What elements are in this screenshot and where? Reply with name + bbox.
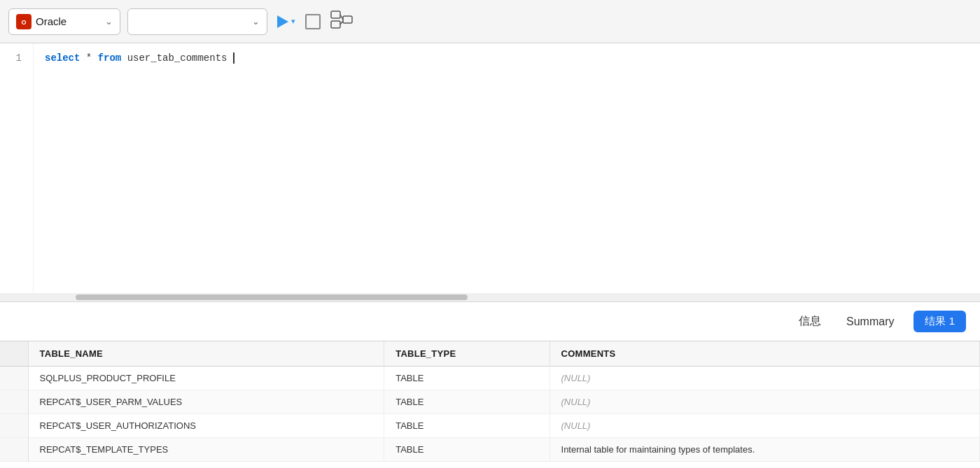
row-num — [0, 390, 28, 414]
col-table-type: TABLE_TYPE — [384, 341, 550, 367]
cell-table-type: TABLE — [384, 414, 550, 438]
row-num — [0, 438, 28, 462]
cell-comments: (NULL) — [550, 367, 979, 390]
cell-table-type: TABLE — [384, 390, 550, 414]
results-table: TABLE_NAME TABLE_TYPE COMMENTS SQLPLUS_P… — [0, 341, 980, 462]
run-button[interactable]: ▾ — [274, 13, 298, 31]
table-row: REPCAT$_TEMPLATE_TYPES TABLE Internal ta… — [0, 438, 980, 462]
run-triangle-icon — [277, 15, 288, 28]
result-tabs: 信息 Summary 结果 1 — [0, 302, 980, 341]
scrollbar-track — [0, 295, 980, 300]
keyword-select: select — [45, 52, 80, 64]
stop-button[interactable] — [305, 14, 321, 29]
oracle-icon: O — [16, 14, 31, 29]
svg-rect-3 — [331, 21, 340, 28]
chevron-down-icon: ⌄ — [105, 16, 113, 27]
data-table: TABLE_NAME TABLE_TYPE COMMENTS SQLPLUS_P… — [0, 341, 980, 462]
cell-table-name: REPCAT$_TEMPLATE_TYPES — [28, 438, 384, 462]
cell-table-type: TABLE — [384, 367, 550, 390]
table-row: REPCAT$_USER_AUTHORIZATIONS TABLE (NULL) — [0, 414, 980, 438]
sql-editor[interactable]: 1 select * from user_tab_comments — [0, 43, 980, 302]
tab-info[interactable]: 信息 — [793, 311, 827, 332]
horizontal-scrollbar[interactable] — [0, 293, 980, 302]
tab-summary[interactable]: Summary — [841, 313, 899, 331]
tab-result1[interactable]: 结果 1 — [913, 311, 966, 332]
db-selector[interactable]: O Oracle ⌄ — [8, 8, 120, 35]
text-cursor — [227, 52, 234, 64]
schema-selector[interactable]: ⌄ — [127, 8, 267, 35]
row-num — [0, 414, 28, 438]
svg-rect-4 — [343, 16, 352, 23]
explain-icon — [330, 10, 353, 30]
schema-chevron-icon: ⌄ — [252, 16, 260, 27]
keyword-from: from — [98, 52, 122, 64]
toolbar: O Oracle ⌄ ⌄ ▾ — [0, 0, 980, 43]
table-name: user_tab_comments — [121, 52, 227, 64]
col-comments: COMMENTS — [550, 341, 979, 367]
star-operator: * — [80, 52, 97, 64]
line-numbers: 1 — [0, 43, 34, 293]
cell-comments: (NULL) — [550, 390, 979, 414]
col-rownum — [0, 341, 28, 367]
db-label: Oracle — [36, 15, 101, 27]
sql-code[interactable]: select * from user_tab_comments — [34, 43, 980, 293]
svg-rect-2 — [331, 11, 340, 18]
cell-table-name: SQLPLUS_PRODUCT_PROFILE — [28, 367, 384, 390]
cell-table-name: REPCAT$_USER_PARM_VALUES — [28, 390, 384, 414]
cell-table-name: REPCAT$_USER_AUTHORIZATIONS — [28, 414, 384, 438]
table-row: SQLPLUS_PRODUCT_PROFILE TABLE (NULL) — [0, 367, 980, 390]
row-num — [0, 367, 28, 390]
cell-comments: (NULL) — [550, 414, 979, 438]
explain-button[interactable] — [328, 8, 356, 35]
run-dropdown-icon: ▾ — [291, 17, 295, 26]
scrollbar-thumb[interactable] — [76, 295, 468, 300]
table-row: REPCAT$_USER_PARM_VALUES TABLE (NULL) — [0, 390, 980, 414]
cell-comments: Internal table for maintaining types of … — [550, 438, 979, 462]
svg-text:O: O — [21, 19, 26, 26]
col-table-name: TABLE_NAME — [28, 341, 384, 367]
cell-table-type: TABLE — [384, 438, 550, 462]
